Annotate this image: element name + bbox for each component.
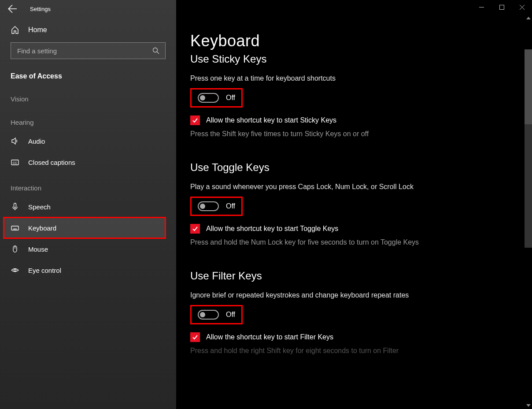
- toggle-check-row[interactable]: Allow the shortcut key to start Toggle K…: [190, 224, 514, 234]
- sidebar-item-eye-control[interactable]: Eye control: [0, 260, 176, 281]
- back-button[interactable]: [8, 4, 17, 13]
- scroll-down-icon[interactable]: [525, 402, 532, 409]
- toggle-subtext: Press and hold the Num Lock key for five…: [190, 237, 437, 248]
- sticky-check-row[interactable]: Allow the shortcut key to start Sticky K…: [190, 115, 514, 125]
- checkmark-icon: [192, 334, 199, 341]
- sticky-desc: Press one key at a time for keyboard sho…: [190, 73, 437, 84]
- category-title: Ease of Access: [0, 66, 176, 84]
- scroll-track-segment: [525, 124, 532, 248]
- svg-point-0: [153, 48, 158, 52]
- home-label: Home: [28, 26, 47, 34]
- filter-desc: Ignore brief or repeated keystrokes and …: [190, 290, 437, 301]
- checkmark-icon: [192, 225, 199, 232]
- maximize-button[interactable]: [491, 0, 512, 14]
- sticky-toggle-highlight: Off: [190, 88, 243, 108]
- main-pane: Keyboard Use Sticky Keys Press one key a…: [176, 0, 532, 409]
- search-input[interactable]: [11, 42, 166, 59]
- section-sticky-title: Use Sticky Keys: [190, 53, 514, 65]
- scrollbar[interactable]: [525, 14, 532, 409]
- filter-subtext: Press and hold the right Shift key for e…: [190, 346, 437, 356]
- sidebar-item-label: Keyboard: [28, 224, 56, 232]
- section-filter-title: Use Filter Keys: [190, 270, 514, 282]
- svg-point-13: [14, 269, 16, 271]
- sticky-subtext: Press the Shift key five times to turn S…: [190, 129, 437, 139]
- mouse-icon: [11, 245, 19, 253]
- microphone-icon: [11, 202, 19, 211]
- close-button[interactable]: [512, 0, 532, 14]
- toggle-desc: Play a sound whenever you press Caps Loc…: [190, 182, 437, 192]
- svg-line-1: [157, 52, 159, 54]
- filter-toggle-label: Off: [226, 311, 235, 319]
- toggle-check-label: Allow the shortcut key to start Toggle K…: [206, 225, 338, 233]
- sidebar-item-label: Eye control: [28, 267, 61, 274]
- filter-check-label: Allow the shortcut key to start Filter K…: [206, 333, 333, 341]
- sticky-shortcut-checkbox[interactable]: [190, 115, 200, 125]
- toggle-shortcut-checkbox[interactable]: [190, 224, 200, 234]
- sidebar-item-mouse[interactable]: Mouse: [0, 238, 176, 260]
- sidebar-item-label: Closed captions: [28, 159, 75, 166]
- sidebar-item-label: Speech: [28, 203, 51, 211]
- sidebar-item-label: Audio: [28, 138, 45, 145]
- sidebar-home[interactable]: Home: [0, 18, 176, 41]
- filter-shortcut-checkbox[interactable]: [190, 332, 200, 342]
- group-interaction: Interaction: [0, 173, 176, 196]
- section-toggle-title: Use Toggle Keys: [190, 161, 514, 174]
- scroll-up-icon[interactable]: [525, 14, 532, 22]
- svg-rect-4: [14, 203, 16, 208]
- search-wrap: [11, 42, 166, 59]
- sticky-toggle-label: Off: [226, 94, 235, 102]
- page-title: Keyboard: [190, 32, 514, 50]
- speaker-icon: [11, 137, 19, 145]
- sidebar-item-keyboard[interactable]: Keyboard: [4, 217, 166, 238]
- filter-toggle-highlight: Off: [190, 305, 243, 324]
- scroll-thumb[interactable]: [525, 49, 532, 124]
- group-hearing: Hearing: [0, 107, 176, 130]
- window-controls: [471, 0, 532, 14]
- titlebar: Settings: [0, 0, 176, 18]
- sidebar-item-label: Mouse: [28, 245, 48, 253]
- eye-icon: [11, 266, 19, 275]
- back-arrow-icon: [8, 4, 17, 13]
- minimize-button[interactable]: [471, 0, 491, 14]
- closed-captions-icon: CC: [11, 158, 19, 167]
- svg-rect-15: [499, 5, 504, 9]
- home-icon: [11, 26, 19, 34]
- keyboard-icon: [11, 223, 19, 232]
- toggle-toggle-label: Off: [226, 202, 235, 210]
- sidebar-item-speech[interactable]: Speech: [0, 196, 176, 217]
- filter-check-row[interactable]: Allow the shortcut key to start Filter K…: [190, 332, 514, 342]
- sidebar-item-closed-captions[interactable]: CC Closed captions: [0, 152, 176, 173]
- svg-text:CC: CC: [13, 161, 17, 164]
- svg-rect-5: [11, 226, 18, 230]
- window-title: Settings: [30, 6, 51, 12]
- sidebar-item-audio[interactable]: Audio: [0, 130, 176, 152]
- settings-sidebar: Settings Home Ease of Access Vision Hear…: [0, 0, 176, 409]
- group-vision: Vision: [0, 84, 176, 107]
- toggle-keys-toggle[interactable]: [198, 201, 219, 211]
- search-icon: [152, 47, 159, 54]
- sticky-keys-toggle[interactable]: [198, 93, 219, 103]
- sticky-check-label: Allow the shortcut key to start Sticky K…: [206, 116, 336, 124]
- toggle-toggle-highlight: Off: [190, 197, 243, 216]
- filter-keys-toggle[interactable]: [198, 310, 219, 320]
- checkmark-icon: [192, 117, 199, 124]
